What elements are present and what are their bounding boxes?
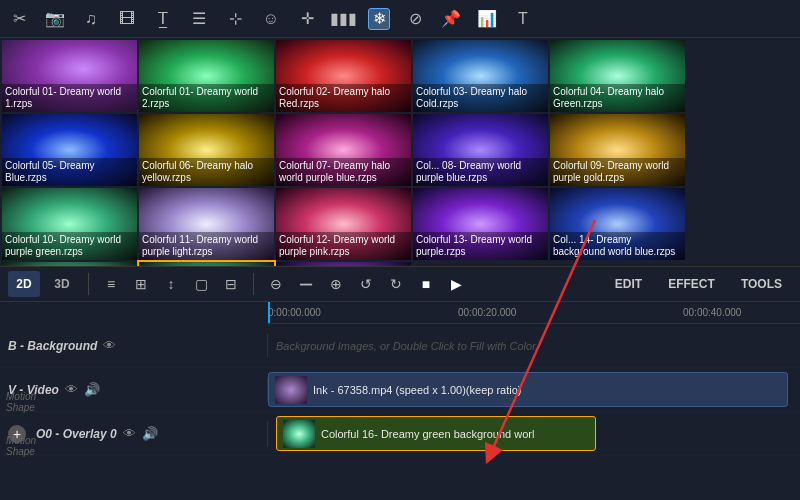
list-icon[interactable]: ☰ [188,8,210,30]
crop-icon[interactable]: ▢ [189,272,213,296]
crosshair-icon[interactable]: ✛ [296,8,318,30]
undo-icon[interactable]: ↺ [354,272,378,296]
thumb-label-15: Col... 14- Dreamy background world blue.… [550,232,685,260]
media-thumb-17[interactable]: Colorful 16- Dreamy green background wor… [139,262,274,266]
thumb-bg-18 [276,262,411,266]
redo-icon[interactable]: ↻ [384,272,408,296]
mode-2d[interactable]: 2D [8,271,40,297]
tools-section[interactable]: TOOLS [731,273,792,295]
thumb-label-1: Colorful 01- Dreamy world 1.rzps [2,84,137,112]
timeline: 0:00:00.000 00:00:20.000 00:00:40.000 B … [0,302,800,498]
media-thumb-2[interactable]: Colorful 01- Dreamy world 2.rzps [139,40,274,112]
zoom-out-icon[interactable]: ⊖ [264,272,288,296]
stop-icon[interactable]: ■ [414,272,438,296]
emoji-icon[interactable]: ☺ [260,8,282,30]
thumb-label-2: Colorful 01- Dreamy world 2.rzps [139,84,274,112]
media-thumb-1[interactable]: Colorful 01- Dreamy world 1.rzps [2,40,137,112]
media-thumb-12[interactable]: Colorful 11- Dreamy world purple light.r… [139,188,274,260]
media-thumb-16[interactable]: Col... 15- Dreamy background world.rzps [2,262,137,266]
background-eye-icon[interactable]: 👁 [103,338,116,353]
music-icon[interactable]: ♫ [80,8,102,30]
thumb-bg-17 [139,262,274,266]
edit-section[interactable]: EDIT [605,273,652,295]
overlay-track: + O0 - Overlay 0 👁 🔊 Colorful 16- Dreamy… [0,412,800,456]
thumb-label-4: Colorful 03- Dreamy halo Cold.rzps [413,84,548,112]
video-audio-icon[interactable]: 🔊 [84,382,100,397]
overlay-clip[interactable]: Colorful 16- Dreamy green background wor… [276,416,596,451]
video-clip[interactable]: Ink - 67358.mp4 (speed x 1.00)(keep rati… [268,372,788,407]
timecode-ruler: 0:00:00.000 00:00:20.000 00:00:40.000 [268,302,800,324]
adjust-icon[interactable]: ⊹ [224,8,246,30]
media-thumb-4[interactable]: Colorful 03- Dreamy halo Cold.rzps [413,40,548,112]
font-icon[interactable]: T [512,8,534,30]
media-grid: Colorful 01- Dreamy world 1.rzpsColorful… [0,38,800,266]
timecode-20: 00:00:20.000 [458,307,516,318]
media-thumb-9[interactable]: Col... 08- Dreamy world purple blue.rzps [413,114,548,186]
media-thumb-13[interactable]: Colorful 12- Dreamy world purple pink.rz… [276,188,411,260]
timecode-40: 00:00:40.000 [683,307,741,318]
video-track: V - Video 👁 🔊 Ink - 67358.mp4 (speed x 1… [0,368,800,412]
media-thumb-6[interactable]: Colorful 05- Dreamy Blue.rzps [2,114,137,186]
thumb-label-11: Colorful 10- Dreamy world purple green.r… [2,232,137,260]
playhead[interactable] [268,302,270,323]
mode-3d[interactable]: 3D [46,271,78,297]
chart-icon[interactable]: 📊 [476,8,498,30]
thumb-bg-16 [2,262,137,266]
thumb-label-3: Colorful 02- Dreamy halo Red.rzps [276,84,411,112]
overlay-audio-icon[interactable]: 🔊 [142,426,158,441]
media-thumb-8[interactable]: Colorful 07- Dreamy halo world purple bl… [276,114,411,186]
effect-section[interactable]: EFFECT [658,273,725,295]
thumb-label-10: Colorful 09- Dreamy world purple gold.rz… [550,158,685,186]
text-film-icon[interactable]: T̲ [152,8,174,30]
battery-icon[interactable]: ▮▮▮ [332,8,354,30]
separator-1 [88,273,89,295]
overlay-clip-thumb [283,420,315,448]
thumb-label-12: Colorful 11- Dreamy world purple light.r… [139,232,274,260]
background-track-content[interactable]: Background Images, or Double Click to Fi… [268,324,800,367]
cut-icon[interactable]: ✂ [8,8,30,30]
tracks-icon[interactable]: ≡ [99,272,123,296]
timecode-0: 0:00:00.000 [268,307,321,318]
thumb-label-6: Colorful 05- Dreamy Blue.rzps [2,158,137,186]
media-thumb-14[interactable]: Colorful 13- Dreamy world purple.rzps [413,188,548,260]
media-thumb-11[interactable]: Colorful 10- Dreamy world purple green.r… [2,188,137,260]
motion-shape-video: MotionShape [6,391,36,413]
circle-icon[interactable]: ⊘ [404,8,426,30]
media-thumb-10[interactable]: Colorful 09- Dreamy world purple gold.rz… [550,114,685,186]
background-track: B - Background 👁 Background Images, or D… [0,324,800,368]
magnet-icon[interactable]: ⊟ [219,272,243,296]
pin-icon[interactable]: 📌 [440,8,462,30]
media-thumb-18[interactable]: Colorful 17- Dreamy background world.rzp… [276,262,411,266]
motion-shape-overlay: MotionShape [6,435,36,457]
background-track-name: B - Background [8,339,97,353]
video-track-content[interactable]: Ink - 67358.mp4 (speed x 1.00)(keep rati… [268,368,800,411]
ruler-icon[interactable]: ━━ [294,272,318,296]
sort-icon[interactable]: ↕ [159,272,183,296]
overlay-eye-icon[interactable]: 👁 [123,426,136,441]
thumb-label-13: Colorful 12- Dreamy world purple pink.rz… [276,232,411,260]
background-track-label: B - Background 👁 [0,334,268,357]
camera-icon[interactable]: 📷 [44,8,66,30]
thumb-label-8: Colorful 07- Dreamy halo world purple bl… [276,158,411,186]
media-thumb-7[interactable]: Colorful 06- Dreamy halo yellow.rzps [139,114,274,186]
thumb-label-14: Colorful 13- Dreamy world purple.rzps [413,232,548,260]
zoom-in-icon[interactable]: ⊕ [324,272,348,296]
thumb-label-5: Colorful 04- Dreamy halo Green.rzps [550,84,685,112]
video-track-label: V - Video 👁 🔊 [0,378,268,401]
grid-icon[interactable]: ⊞ [129,272,153,296]
snowflake-icon[interactable]: ❄ [368,8,390,30]
film-icon[interactable]: 🎞 [116,8,138,30]
top-toolbar: ✂📷♫🎞T̲☰⊹☺✛▮▮▮❄⊘📌📊T [0,0,800,38]
media-thumb-5[interactable]: Colorful 04- Dreamy halo Green.rzps [550,40,685,112]
timeline-toolbar: 2D 3D ≡ ⊞ ↕ ▢ ⊟ ⊖ ━━ ⊕ ↺ ↻ ■ ▶ EDIT EFFE… [0,266,800,302]
play-icon[interactable]: ▶ [444,272,468,296]
media-thumb-3[interactable]: Colorful 02- Dreamy halo Red.rzps [276,40,411,112]
separator-2 [253,273,254,295]
overlay-track-content[interactable]: Colorful 16- Dreamy green background wor… [268,412,800,455]
background-placeholder: Background Images, or Double Click to Fi… [268,324,800,367]
overlay-clip-label: Colorful 16- Dreamy green background wor… [321,428,534,440]
video-eye-icon[interactable]: 👁 [65,382,78,397]
video-clip-label: Ink - 67358.mp4 (speed x 1.00)(keep rati… [313,384,522,396]
overlay-track-label: + O0 - Overlay 0 👁 🔊 [0,421,268,447]
media-thumb-15[interactable]: Col... 14- Dreamy background world blue.… [550,188,685,260]
